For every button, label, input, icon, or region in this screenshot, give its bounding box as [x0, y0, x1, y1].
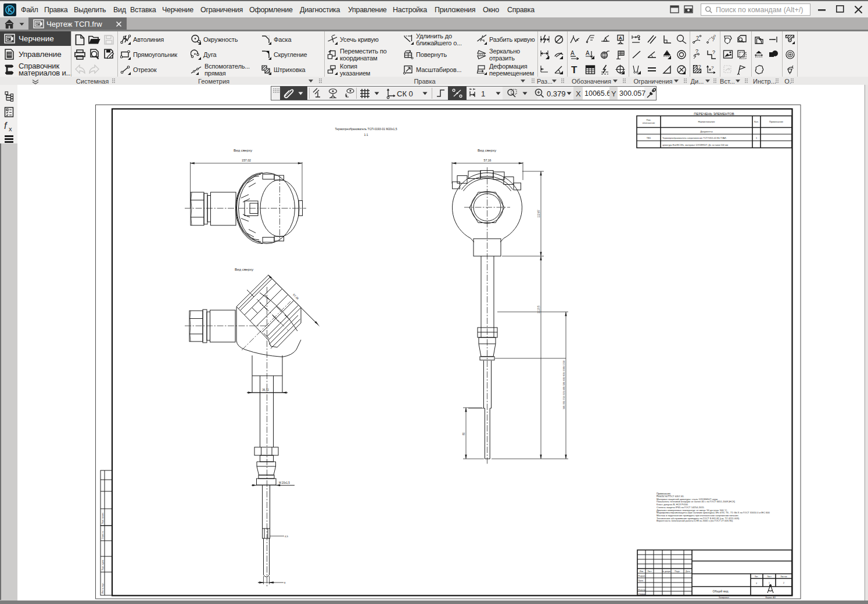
svg-text:36,12: 36,12 [262, 389, 269, 391]
svg-text:1: 1 [769, 582, 770, 584]
svg-text:Формат А3: Формат А3 [765, 596, 776, 599]
svg-text:Кол.: Кол. [754, 120, 759, 123]
svg-text:Поз.: Поз. [647, 118, 651, 121]
svg-text:№ докум.: № докум. [662, 570, 670, 573]
svg-text:Вид сверху: Вид сверху [234, 148, 253, 152]
svg-text:Вид сверху: Вид сверху [478, 148, 497, 152]
svg-text:?: ? [711, 65, 714, 70]
svg-text:Дата: Дата [686, 570, 690, 573]
svg-text:Н.контр.: Н.контр. [639, 589, 646, 591]
svg-text:Перв. примен.: Перв. примен. [102, 512, 104, 524]
svg-text:Лит.: Лит. [755, 576, 758, 578]
svg-text:арматура Exd ВС1Ex, материал 1: арматура Exd ВС1Ex, материал 12Х18Н10Т, … [662, 144, 729, 146]
svg-text:обозначение: обозначение [643, 122, 655, 124]
svg-text:Утверд.: Утверд. [639, 593, 646, 595]
svg-text:57,16: 57,16 [484, 159, 492, 162]
svg-text:Общий вид: Общий вид [712, 589, 728, 593]
svg-text:Разраб.: Разраб. [639, 575, 646, 577]
svg-text:f: f [4, 121, 8, 131]
svg-text:?: ? [712, 49, 715, 55]
svg-text:у: у [756, 582, 757, 584]
svg-text:1113,5: 1113,5 [537, 305, 540, 314]
svg-text:A: A [619, 35, 622, 41]
svg-text:М 20х1,5: М 20х1,5 [279, 481, 290, 484]
svg-text:2: 2 [783, 582, 784, 584]
svg-text:Термопреобразователь ТСП-0193-: Термопреобразователь ТСП-0193-01 М20х1,5 [335, 127, 397, 131]
svg-text:Термопреобразователь сопротивл: Термопреобразователь сопротивления ТСП 9… [662, 137, 727, 139]
svg-text:Подп.: Подп. [675, 570, 680, 573]
svg-text:Листов: Листов [780, 576, 787, 578]
svg-text:160; 200; 250; 320; 400; 500;: 160; 200; 250; 320; 400; 500; 630; 800; … [563, 361, 565, 409]
svg-text:Вероятность безотказной работы: Вероятность безотказной работы 0,98 за 2… [657, 519, 733, 522]
svg-text:80: 80 [462, 432, 465, 436]
svg-text:A: A [571, 50, 575, 56]
svg-text:?: ? [698, 64, 701, 70]
svg-text:ТВ1: ТВ1 [647, 136, 651, 139]
svg-text:Вид сверху: Вид сверху [235, 267, 254, 271]
svg-text:T: T [571, 64, 578, 75]
svg-text:1:1: 1:1 [364, 133, 368, 136]
svg-text:4,5: 4,5 [285, 535, 288, 538]
svg-text:Лист: Лист [767, 576, 772, 578]
svg-text:Наименование: Наименование [698, 120, 715, 123]
svg-text:?: ? [713, 34, 716, 38]
svg-text:Подп. и дата: Подп. и дата [102, 560, 104, 570]
svg-text:ПЕРЕЧЕНЬ ЭЛЕМЕНТОВ: ПЕРЕЧЕНЬ ЭЛЕМЕНТОВ [694, 112, 734, 116]
svg-text:?: ? [695, 49, 698, 54]
svg-text:x: x [9, 125, 12, 132]
svg-text:Пров.: Пров. [639, 580, 644, 582]
svg-text:A: A [586, 50, 590, 56]
svg-text:Копировал: Копировал [719, 596, 729, 599]
svg-text:Примечание: Примечание [769, 120, 784, 123]
svg-text:Инв. № подл.: Инв. № подл. [102, 583, 104, 594]
svg-text:Документы: Документы [700, 130, 713, 133]
svg-text:112,67: 112,67 [537, 210, 540, 218]
svg-text:Изм: Изм [640, 570, 644, 573]
svg-text:157,02: 157,02 [242, 159, 251, 162]
svg-text:Лист: Лист [647, 570, 652, 573]
svg-text:Справ. №: Справ. № [102, 531, 104, 539]
svg-text:?: ? [696, 35, 699, 41]
